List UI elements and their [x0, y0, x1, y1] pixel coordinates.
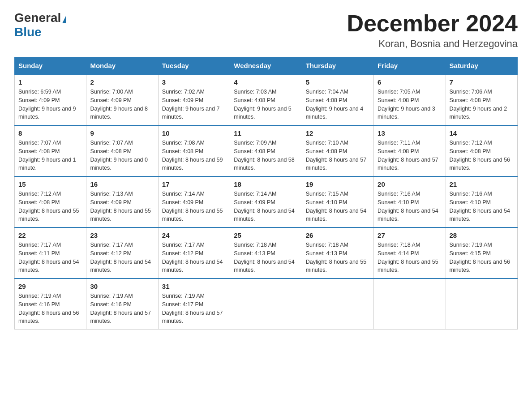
- day-info: Sunrise: 7:03 AMSunset: 4:08 PMDaylight:…: [234, 88, 298, 121]
- day-info: Sunrise: 7:05 AMSunset: 4:08 PMDaylight:…: [378, 88, 442, 121]
- day-info: Sunrise: 7:19 AMSunset: 4:16 PMDaylight:…: [90, 292, 154, 325]
- day-number: 7: [450, 78, 514, 86]
- header-saturday: Saturday: [446, 57, 517, 75]
- day-number: 15: [18, 180, 82, 188]
- day-number: 14: [450, 129, 514, 137]
- table-row: 30Sunrise: 7:19 AMSunset: 4:16 PMDayligh…: [86, 278, 158, 330]
- table-row: 25Sunrise: 7:18 AMSunset: 4:13 PMDayligh…: [230, 227, 302, 278]
- day-number: 5: [306, 78, 370, 86]
- logo-blue-text: Blue: [14, 25, 42, 39]
- day-number: 12: [306, 129, 370, 137]
- day-info: Sunrise: 7:00 AMSunset: 4:09 PMDaylight:…: [90, 88, 154, 121]
- header-tuesday: Tuesday: [158, 57, 230, 75]
- table-row: [302, 278, 373, 330]
- day-number: 16: [90, 180, 154, 188]
- day-number: 2: [90, 78, 154, 86]
- weekday-header-row: Sunday Monday Tuesday Wednesday Thursday…: [15, 57, 518, 75]
- logo-general-text: General: [14, 11, 61, 25]
- week-row-5: 29Sunrise: 7:19 AMSunset: 4:16 PMDayligh…: [15, 278, 518, 330]
- week-row-1: 1Sunrise: 6:59 AMSunset: 4:09 PMDaylight…: [15, 74, 518, 125]
- table-row: 26Sunrise: 7:18 AMSunset: 4:13 PMDayligh…: [302, 227, 373, 278]
- subtitle: Koran, Bosnia and Herzegovina: [347, 38, 518, 50]
- title-area: December 2024 Koran, Bosnia and Herzegov…: [347, 11, 518, 50]
- table-row: 18Sunrise: 7:14 AMSunset: 4:09 PMDayligh…: [230, 176, 302, 227]
- table-row: 5Sunrise: 7:04 AMSunset: 4:08 PMDaylight…: [302, 74, 373, 125]
- day-info: Sunrise: 7:15 AMSunset: 4:10 PMDaylight:…: [306, 190, 370, 223]
- table-row: 31Sunrise: 7:19 AMSunset: 4:17 PMDayligh…: [158, 278, 230, 330]
- table-row: 27Sunrise: 7:18 AMSunset: 4:14 PMDayligh…: [374, 227, 446, 278]
- logo: General Blue: [14, 11, 66, 39]
- day-info: Sunrise: 7:08 AMSunset: 4:08 PMDaylight:…: [162, 139, 226, 172]
- day-info: Sunrise: 7:02 AMSunset: 4:09 PMDaylight:…: [162, 88, 226, 121]
- table-row: 2Sunrise: 7:00 AMSunset: 4:09 PMDaylight…: [86, 74, 158, 125]
- header-wednesday: Wednesday: [230, 57, 302, 75]
- day-info: Sunrise: 7:18 AMSunset: 4:14 PMDaylight:…: [378, 241, 442, 274]
- table-row: 22Sunrise: 7:17 AMSunset: 4:11 PMDayligh…: [15, 227, 86, 278]
- day-info: Sunrise: 7:18 AMSunset: 4:13 PMDaylight:…: [234, 241, 298, 274]
- day-info: Sunrise: 7:09 AMSunset: 4:08 PMDaylight:…: [234, 139, 298, 172]
- header-thursday: Thursday: [302, 57, 373, 75]
- day-number: 29: [18, 283, 82, 290]
- table-row: 19Sunrise: 7:15 AMSunset: 4:10 PMDayligh…: [302, 176, 373, 227]
- day-number: 18: [234, 180, 298, 188]
- day-number: 21: [450, 180, 514, 188]
- header: General Blue December 2024 Koran, Bosnia…: [14, 11, 518, 50]
- table-row: 4Sunrise: 7:03 AMSunset: 4:08 PMDaylight…: [230, 74, 302, 125]
- table-row: [230, 278, 302, 330]
- week-row-3: 15Sunrise: 7:12 AMSunset: 4:08 PMDayligh…: [15, 176, 518, 227]
- table-row: 16Sunrise: 7:13 AMSunset: 4:09 PMDayligh…: [86, 176, 158, 227]
- week-row-2: 8Sunrise: 7:07 AMSunset: 4:08 PMDaylight…: [15, 125, 518, 176]
- table-row: 14Sunrise: 7:12 AMSunset: 4:08 PMDayligh…: [446, 125, 517, 176]
- day-number: 4: [234, 78, 298, 86]
- table-row: 29Sunrise: 7:19 AMSunset: 4:16 PMDayligh…: [15, 278, 86, 330]
- table-row: 15Sunrise: 7:12 AMSunset: 4:08 PMDayligh…: [15, 176, 86, 227]
- logo-triangle-icon: [62, 15, 66, 23]
- day-number: 28: [450, 231, 514, 239]
- day-number: 10: [162, 129, 226, 137]
- table-row: 8Sunrise: 7:07 AMSunset: 4:08 PMDaylight…: [15, 125, 86, 176]
- table-row: 12Sunrise: 7:10 AMSunset: 4:08 PMDayligh…: [302, 125, 373, 176]
- day-info: Sunrise: 7:12 AMSunset: 4:08 PMDaylight:…: [450, 139, 514, 172]
- table-row: 11Sunrise: 7:09 AMSunset: 4:08 PMDayligh…: [230, 125, 302, 176]
- day-number: 22: [18, 231, 82, 239]
- day-number: 6: [378, 78, 442, 86]
- day-info: Sunrise: 7:19 AMSunset: 4:15 PMDaylight:…: [450, 241, 514, 274]
- day-info: Sunrise: 7:16 AMSunset: 4:10 PMDaylight:…: [378, 190, 442, 223]
- day-info: Sunrise: 7:07 AMSunset: 4:08 PMDaylight:…: [18, 139, 82, 172]
- day-number: 23: [90, 231, 154, 239]
- day-info: Sunrise: 7:17 AMSunset: 4:12 PMDaylight:…: [162, 241, 226, 274]
- table-row: 7Sunrise: 7:06 AMSunset: 4:08 PMDaylight…: [446, 74, 517, 125]
- day-info: Sunrise: 7:04 AMSunset: 4:08 PMDaylight:…: [306, 88, 370, 121]
- table-row: 9Sunrise: 7:07 AMSunset: 4:08 PMDaylight…: [86, 125, 158, 176]
- day-info: Sunrise: 7:13 AMSunset: 4:09 PMDaylight:…: [90, 190, 154, 223]
- day-number: 27: [378, 231, 442, 239]
- day-info: Sunrise: 7:19 AMSunset: 4:17 PMDaylight:…: [162, 292, 226, 325]
- day-info: Sunrise: 7:17 AMSunset: 4:11 PMDaylight:…: [18, 241, 82, 274]
- table-row: 23Sunrise: 7:17 AMSunset: 4:12 PMDayligh…: [86, 227, 158, 278]
- header-sunday: Sunday: [15, 57, 86, 75]
- day-info: Sunrise: 7:12 AMSunset: 4:08 PMDaylight:…: [18, 190, 82, 223]
- table-row: 17Sunrise: 7:14 AMSunset: 4:09 PMDayligh…: [158, 176, 230, 227]
- day-number: 8: [18, 129, 82, 137]
- day-info: Sunrise: 7:06 AMSunset: 4:08 PMDaylight:…: [450, 88, 514, 121]
- day-number: 31: [162, 283, 226, 290]
- day-info: Sunrise: 7:07 AMSunset: 4:08 PMDaylight:…: [90, 139, 154, 172]
- day-number: 9: [90, 129, 154, 137]
- header-monday: Monday: [86, 57, 158, 75]
- table-row: 1Sunrise: 6:59 AMSunset: 4:09 PMDaylight…: [15, 74, 86, 125]
- day-number: 1: [18, 78, 82, 86]
- day-number: 24: [162, 231, 226, 239]
- table-row: [446, 278, 517, 330]
- table-row: 21Sunrise: 7:16 AMSunset: 4:10 PMDayligh…: [446, 176, 517, 227]
- day-info: Sunrise: 7:10 AMSunset: 4:08 PMDaylight:…: [306, 139, 370, 172]
- day-info: Sunrise: 6:59 AMSunset: 4:09 PMDaylight:…: [18, 88, 82, 121]
- day-info: Sunrise: 7:17 AMSunset: 4:12 PMDaylight:…: [90, 241, 154, 274]
- table-row: [374, 278, 446, 330]
- calendar-table: Sunday Monday Tuesday Wednesday Thursday…: [14, 57, 518, 330]
- table-row: 24Sunrise: 7:17 AMSunset: 4:12 PMDayligh…: [158, 227, 230, 278]
- table-row: 3Sunrise: 7:02 AMSunset: 4:09 PMDaylight…: [158, 74, 230, 125]
- day-number: 26: [306, 231, 370, 239]
- table-row: 10Sunrise: 7:08 AMSunset: 4:08 PMDayligh…: [158, 125, 230, 176]
- header-friday: Friday: [374, 57, 446, 75]
- day-number: 17: [162, 180, 226, 188]
